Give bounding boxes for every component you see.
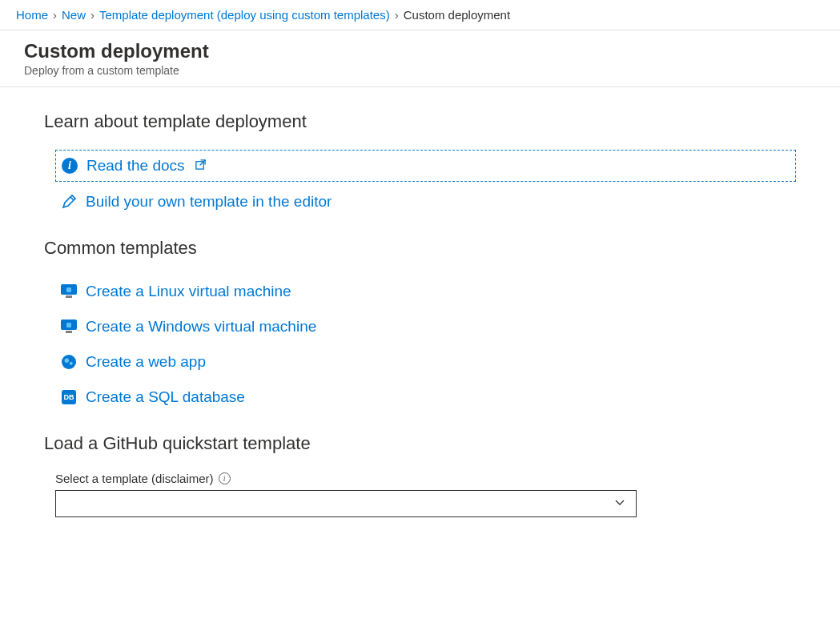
pencil-icon	[60, 193, 78, 211]
page-subtitle: Deploy from a custom template	[24, 64, 816, 77]
chevron-down-icon	[613, 496, 626, 512]
section-common: Common templates Create a Linux virtual …	[44, 238, 796, 412]
create-windows-vm-link[interactable]: Create a Windows virtual machine	[55, 311, 796, 342]
external-link-icon	[195, 159, 207, 173]
chevron-right-icon: ›	[53, 8, 57, 22]
template-select[interactable]	[55, 490, 637, 517]
database-icon: DB	[60, 388, 78, 406]
section-title-common: Common templates	[44, 238, 796, 259]
build-template-label: Build your own template in the editor	[86, 193, 332, 211]
chevron-right-icon: ›	[90, 8, 94, 22]
globe-icon	[60, 353, 78, 371]
breadcrumb-current: Custom deployment	[404, 8, 510, 22]
create-linux-vm-label: Create a Linux virtual machine	[86, 283, 291, 300]
page-title: Custom deployment	[24, 40, 816, 62]
breadcrumb-template-deployment[interactable]: Template deployment (deploy using custom…	[99, 8, 390, 22]
section-github: Load a GitHub quickstart template Select…	[44, 433, 796, 517]
build-template-link[interactable]: Build your own template in the editor	[55, 187, 796, 217]
info-icon: i	[61, 157, 78, 175]
create-sql-db-label: Create a SQL database	[86, 388, 245, 406]
vm-icon	[60, 318, 78, 336]
create-sql-db-link[interactable]: DB Create a SQL database	[55, 382, 796, 412]
create-windows-vm-label: Create a Windows virtual machine	[86, 318, 316, 336]
breadcrumb-new[interactable]: New	[62, 8, 86, 22]
breadcrumb: Home › New › Template deployment (deploy…	[0, 0, 840, 30]
chevron-right-icon: ›	[395, 8, 399, 22]
info-hint-icon[interactable]: i	[219, 472, 231, 484]
read-docs-label: Read the docs	[86, 157, 185, 175]
content-area: Learn about template deployment i Read t…	[0, 87, 840, 541]
read-docs-link[interactable]: i Read the docs	[55, 150, 796, 182]
template-field-label: Select a template (disclaimer) i	[55, 472, 796, 485]
create-linux-vm-link[interactable]: Create a Linux virtual machine	[55, 276, 796, 307]
page-header: Custom deployment Deploy from a custom t…	[0, 30, 840, 87]
section-learn: Learn about template deployment i Read t…	[44, 111, 796, 217]
section-title-learn: Learn about template deployment	[44, 111, 796, 132]
vm-icon	[60, 283, 78, 300]
section-title-github: Load a GitHub quickstart template	[44, 433, 796, 454]
create-web-app-label: Create a web app	[86, 353, 206, 371]
create-web-app-link[interactable]: Create a web app	[55, 347, 796, 377]
breadcrumb-home[interactable]: Home	[16, 8, 48, 22]
